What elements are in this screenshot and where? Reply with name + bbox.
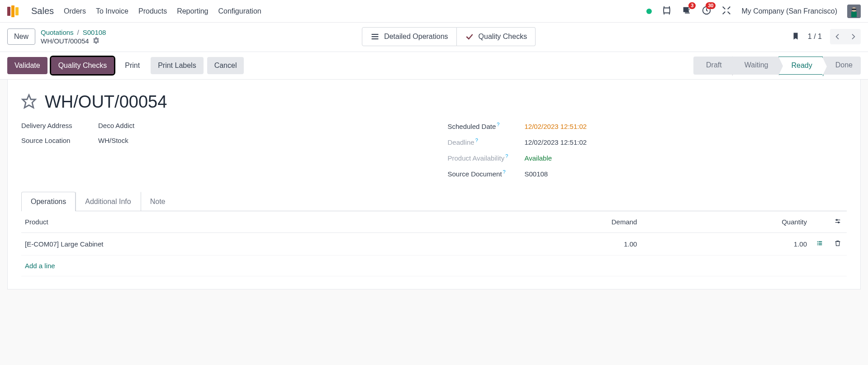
svg-rect-18 [819,244,822,245]
delivery-address-value[interactable]: Deco Addict [98,122,134,129]
svg-point-11 [836,219,838,221]
breadcrumb-sep: / [77,28,79,36]
nav-products[interactable]: Products [138,7,167,15]
cell-quantity[interactable]: 1.00 [640,233,811,256]
cancel-button[interactable]: Cancel [207,57,244,74]
deadline-value: 12/02/2023 12:51:02 [525,138,587,146]
add-line-link[interactable]: Add a line [25,262,55,270]
availability-label: Product Availability? [448,153,516,162]
validate-button[interactable]: Validate [7,57,47,74]
cell-product[interactable]: [E-COM07] Large Cabinet [21,233,469,256]
col-demand[interactable]: Demand [469,211,641,233]
svg-rect-13 [817,241,818,242]
source-doc-label: Source Document? [448,169,516,178]
nav-to-invoice[interactable]: To Invoice [96,7,128,15]
quality-checks-stat-label: Quality Checks [479,33,527,41]
app-logo[interactable] [7,5,19,17]
breadcrumb: Quotations / S00108 WH/OUT/00054 [41,28,106,45]
operations-table: Product Demand Quantity [E-COM07] Larg [21,211,847,276]
nav-reporting[interactable]: Reporting [177,7,208,15]
source-location-value[interactable]: WH/Stock [98,137,128,144]
svg-rect-15 [817,243,818,244]
form-sheet: WH/OUT/00054 Delivery Address Deco Addic… [7,80,861,289]
svg-point-12 [838,222,840,223]
breadcrumb-record: WH/OUT/00054 [41,37,89,45]
app-name[interactable]: Sales [31,6,54,16]
detailed-moves-icon[interactable] [816,240,824,248]
control-panel: New Quotations / S00108 WH/OUT/00054 Det… [0,23,868,52]
voip-icon[interactable] [662,5,672,17]
svg-rect-14 [819,241,822,242]
pager-next-button[interactable] [845,29,861,44]
bookmark-icon[interactable] [792,31,800,43]
svg-rect-16 [819,243,822,244]
breadcrumb-order[interactable]: S00108 [83,28,106,36]
print-labels-button[interactable]: Print Labels [151,57,204,74]
activities-icon[interactable]: 30 [702,5,711,17]
print-button[interactable]: Print [118,57,147,74]
quality-checks-stat-button[interactable]: Quality Checks [457,27,536,46]
record-title: WH/OUT/00054 [45,92,167,112]
nav-configuration[interactable]: Configuration [218,7,261,15]
svg-marker-8 [23,95,35,108]
nav-orders[interactable]: Orders [64,7,86,15]
columns-settings-icon[interactable] [834,218,842,226]
messages-badge: 3 [688,2,696,9]
svg-rect-4 [852,9,856,10]
status-done[interactable]: Done [823,57,861,75]
company-selector[interactable]: My Company (San Francisco) [741,7,837,15]
source-doc-value[interactable]: S00108 [525,170,548,178]
detailed-operations-button[interactable]: Detailed Operations [362,27,456,46]
delete-row-icon[interactable] [834,241,841,249]
status-draft[interactable]: Draft [693,57,732,75]
favorite-star-icon[interactable] [21,94,37,110]
availability-value: Available [525,154,552,162]
status-ready[interactable]: Ready [778,57,823,75]
activities-badge: 30 [706,2,716,9]
help-icon[interactable]: ? [503,169,506,175]
tools-icon[interactable] [721,5,731,17]
top-navbar: Sales Orders To Invoice Products Reporti… [0,0,868,23]
svg-rect-3 [851,12,857,17]
pager-text: 1 / 1 [808,33,822,41]
connection-status-icon [646,9,652,14]
gear-icon[interactable] [93,37,100,45]
action-bar: Validate Quality Checks Print Print Labe… [0,52,868,80]
scheduled-date-value[interactable]: 12/02/2023 12:51:02 [525,123,587,130]
table-row[interactable]: [E-COM07] Large Cabinet 1.00 1.00 [21,233,847,256]
status-waiting[interactable]: Waiting [732,57,778,75]
detailed-operations-label: Detailed Operations [384,33,448,41]
scheduled-date-label: Scheduled Date? [448,122,516,130]
tab-additional-info[interactable]: Additional Info [76,192,140,211]
tab-operations[interactable]: Operations [21,192,76,211]
breadcrumb-quotations[interactable]: Quotations [41,28,74,36]
new-button[interactable]: New [7,28,35,45]
tabs: Operations Additional Info Note [21,191,847,211]
help-icon[interactable]: ? [475,137,478,143]
user-avatar[interactable] [847,5,861,18]
svg-rect-17 [817,244,818,245]
status-bar: Draft Waiting Ready Done [693,57,861,75]
quality-checks-button[interactable]: Quality Checks [51,57,114,74]
cell-demand[interactable]: 1.00 [469,233,641,256]
col-product[interactable]: Product [21,211,469,233]
delivery-address-label: Delivery Address [21,122,89,129]
add-line-row[interactable]: Add a line [21,256,847,276]
tab-note[interactable]: Note [141,192,175,211]
pager-prev-button[interactable] [830,29,845,44]
help-icon[interactable]: ? [505,153,508,159]
source-location-label: Source Location [21,137,89,144]
help-icon[interactable]: ? [497,122,499,127]
col-quantity[interactable]: Quantity [640,211,811,233]
messages-icon[interactable]: 3 [682,5,692,17]
deadline-label: Deadline? [448,137,516,146]
